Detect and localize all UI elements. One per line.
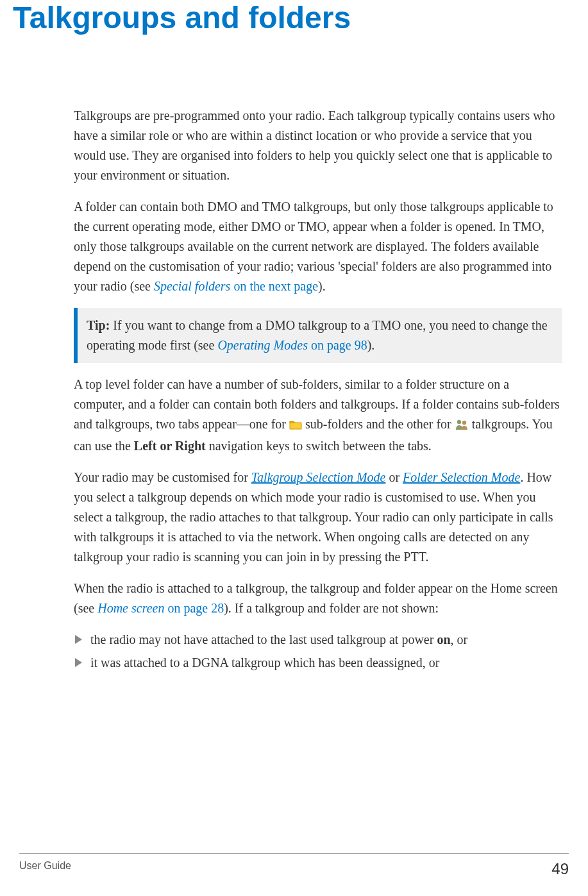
- list-item: it was attached to a DGNA talkgroup whic…: [74, 653, 562, 672]
- text: or: [385, 470, 403, 484]
- link-operating-modes[interactable]: Operating Modes: [217, 338, 308, 352]
- page-footer: User Guide 49: [19, 853, 569, 878]
- bullet-list: the radio may not have attached to the l…: [74, 630, 562, 672]
- list-item: the radio may not have attached to the l…: [74, 630, 562, 649]
- bold-on: on: [437, 632, 450, 647]
- svg-point-0: [457, 420, 461, 424]
- svg-point-1: [462, 421, 466, 425]
- paragraph-selection-mode: Your radio may be customised for Talkgro…: [74, 468, 562, 567]
- footer-doc-title: User Guide: [19, 860, 71, 878]
- link-folder-selection-mode[interactable]: Folder Selection Mode: [403, 470, 520, 484]
- link-operating-modes-page[interactable]: on page 98: [308, 338, 367, 352]
- text: , or: [451, 632, 468, 647]
- link-talkgroup-selection-mode[interactable]: Talkgroup Selection Mode: [251, 470, 386, 484]
- paragraph-home-screen: When the radio is attached to a talkgrou…: [74, 579, 562, 618]
- body-content: Talkgroups are pre-programmed onto your …: [74, 106, 562, 672]
- bold-left-right: Left or Right: [134, 439, 206, 453]
- page-title: Talkgroups and folders: [13, 0, 562, 35]
- text: ). If a talkgroup and folder are not sho…: [224, 601, 439, 615]
- link-home-screen-page[interactable]: on page 28: [164, 601, 224, 615]
- tip-text-end: ).: [367, 338, 375, 352]
- link-special-folders-page[interactable]: on the next page: [230, 279, 318, 293]
- talkgroup-icon: [455, 416, 469, 436]
- tip-callout: Tip: If you want to change from a DMO ta…: [74, 308, 562, 363]
- link-home-screen[interactable]: Home screen: [97, 601, 164, 615]
- text: Your radio may be customised for: [74, 470, 251, 484]
- paragraph-intro: Talkgroups are pre-programmed onto your …: [74, 106, 562, 185]
- page-number: 49: [551, 860, 569, 878]
- tip-label: Tip:: [87, 318, 110, 332]
- text: sub-folders and the other for: [302, 417, 455, 431]
- link-special-folders[interactable]: Special folders: [154, 279, 230, 293]
- paragraph-subfolders: A top level folder can have a number of …: [74, 375, 562, 456]
- folder-icon: [289, 416, 302, 435]
- text: navigation keys to switch between the ta…: [206, 439, 432, 453]
- text: ).: [318, 279, 326, 293]
- paragraph-folders: A folder can contain both DMO and TMO ta…: [74, 197, 562, 296]
- text: the radio may not have attached to the l…: [90, 632, 437, 647]
